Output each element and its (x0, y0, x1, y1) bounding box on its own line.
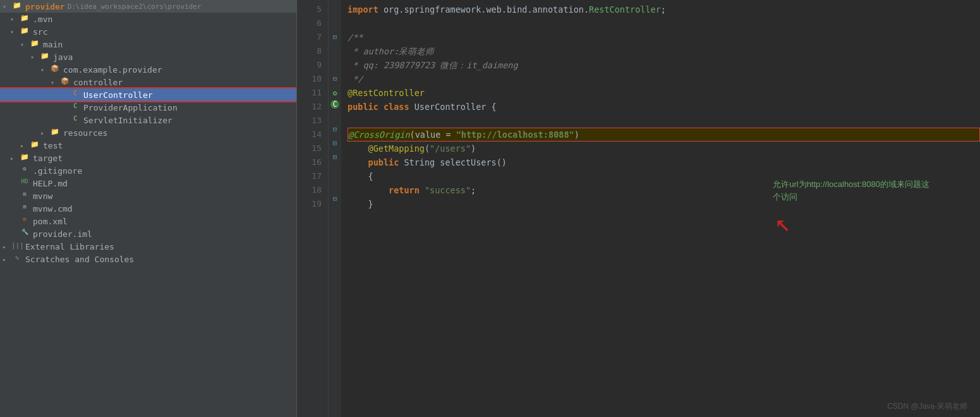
gutter-8 (329, 44, 341, 58)
sidebar-item-java[interactable]: 📁 java (0, 51, 296, 63)
line-num-6: 6 (297, 16, 322, 30)
line-num-13: 13 (297, 114, 322, 128)
arrow-icon (10, 16, 19, 23)
sidebar-item-help-md[interactable]: HD HELP.md (0, 177, 296, 190)
sidebar-item-resources[interactable]: 📁 resources (0, 126, 296, 139)
sidebar-item-mvnw-cmd[interactable]: m mvnw.cmd (0, 202, 296, 215)
sidebar-item-iml[interactable]: 🔧 provider.iml (0, 227, 296, 240)
sidebar-item-test[interactable]: 📁 test (0, 139, 296, 152)
sidebar-item-label: ServletInitializer (83, 116, 172, 125)
code-line-15: @GetMapping("/users") (348, 142, 980, 155)
red-arrow-icon: ↙ (775, 215, 790, 244)
sidebar-item-label: HELP.md (33, 179, 68, 188)
line-num-18: 18 (297, 183, 322, 197)
java-icon: C (70, 102, 81, 112)
sidebar-item-provider[interactable]: 📁 provider D:\idea_workspace2\cors\provi… (0, 0, 296, 13)
sidebar-item-label: resources (63, 128, 107, 138)
gutter-9 (329, 58, 341, 72)
arrow-icon (3, 3, 11, 10)
sidebar-item-external-libs[interactable]: ||| External Libraries (0, 240, 296, 253)
sidebar-item-label: pom.xml (33, 217, 68, 226)
arrow-icon (3, 256, 11, 263)
sidebar-item-target[interactable]: 📁 target (0, 152, 296, 164)
annotation-popup: 允许url为http://localhost:8080的域来问题这 个访问 (773, 178, 929, 203)
gutter-19[interactable]: ⊟ (329, 192, 341, 206)
file-icon: HD (19, 178, 30, 188)
gutter-16[interactable]: ⊟ (329, 150, 341, 164)
line-num-8: 8 (297, 44, 322, 58)
folder-icon: 📁 (29, 140, 40, 150)
sidebar-item-label: .mvn (33, 15, 52, 24)
sidebar-item-package[interactable]: 📦 com.example.provider (0, 63, 296, 76)
folder-icon: 📁 (49, 128, 61, 138)
sidebar-item-label: target (33, 154, 63, 163)
gutter-17 (329, 164, 341, 178)
gutter-12: C (330, 100, 339, 109)
sidebar-item-controller-pkg[interactable]: 📦 controller (0, 76, 296, 88)
arrow-icon (40, 66, 49, 73)
code-line-11: @RestController (348, 86, 980, 100)
folder-icon: 📁 (19, 14, 30, 24)
java-icon: C (70, 90, 81, 100)
sidebar-item-label: .gitignore (33, 166, 82, 176)
sidebar-item-src[interactable]: 📁 src (0, 25, 296, 38)
folder-icon: 📁 (29, 39, 40, 49)
sidebar-item-mvn[interactable]: 📁 .mvn (0, 13, 296, 25)
sidebar-item-servlet[interactable]: C ServletInitializer (0, 114, 296, 126)
sidebar-item-label: test (43, 141, 63, 150)
line-num-19: 19 (297, 197, 322, 211)
sidebar-item-label: External Libraries (25, 242, 114, 251)
sidebar-item-gitignore[interactable]: ⚙ .gitignore (0, 164, 296, 177)
line-num-17: 17 (297, 169, 322, 183)
line-num-14: 14 (297, 128, 322, 142)
file-icon: m (19, 203, 30, 214)
scratch-icon: ✎ (11, 254, 23, 264)
code-line-9: * qq: 2398779723 微信：it_daimeng (348, 58, 980, 72)
sidebar-item-label: com.example.provider (63, 65, 162, 75)
folder-icon: 📁 (39, 52, 51, 62)
sidebar-item-label: UserController (83, 90, 153, 100)
sidebar-item-provider-app[interactable]: C ProviderApplication (0, 101, 296, 114)
gutter-6 (329, 16, 341, 30)
sidebar-item-main[interactable]: 📁 main (0, 38, 296, 51)
arrow-icon (10, 28, 19, 35)
sidebar-item-label: src (33, 27, 47, 37)
code-line-6 (348, 16, 980, 30)
sidebar-item-label: provider (25, 2, 65, 11)
gutter-15[interactable]: ⊟ (329, 136, 341, 150)
sidebar-item-scratches[interactable]: ✎ Scratches and Consoles (0, 253, 296, 265)
line-numbers: 5 6 7 8 9 10 11 12 13 14 15 16 17 18 19 (297, 0, 329, 417)
arrow-icon (20, 41, 29, 48)
gutter-14[interactable]: ⊟ (329, 123, 341, 136)
line-num-9: 9 (297, 58, 322, 72)
folder-icon: 📁 (11, 1, 23, 11)
sidebar-item-label: main (43, 40, 63, 49)
folder-icon: 📁 (19, 153, 30, 163)
code-content[interactable]: import org.springframework.web.bind.anno… (341, 0, 980, 417)
code-line-7: /** (348, 30, 980, 44)
arrow-icon (51, 79, 59, 86)
code-line-16: public String selectUsers() (348, 155, 980, 169)
code-line-14: @CrossOrigin(value = "http://localhost:8… (348, 128, 980, 142)
code-line-8: * author:呆萌老师 (348, 44, 980, 58)
sidebar-item-label: Scratches and Consoles (25, 255, 134, 264)
line-num-5: 5 (297, 3, 322, 16)
sidebar-item-label: mvnw (33, 191, 52, 201)
folder-icon: 📦 (49, 64, 61, 75)
sidebar-item-usercontroller[interactable]: C UserController (0, 88, 296, 101)
file-icon: ⚙ (19, 166, 30, 176)
gutter-10[interactable]: ⊟ (329, 72, 341, 86)
line-num-12: 12 (297, 100, 322, 114)
sidebar-item-pom[interactable]: m pom.xml (0, 215, 296, 227)
gutter-7[interactable]: ⊟ (329, 30, 341, 44)
arrow-icon (3, 243, 11, 250)
file-icon: m (19, 216, 30, 226)
sidebar-item-label: ProviderApplication (83, 103, 178, 112)
folder-icon: ||| (11, 241, 23, 251)
sidebar-item-label: mvnw.cmd (33, 204, 73, 214)
folder-icon: 📦 (59, 77, 71, 87)
code-line-12: public class UserController { (348, 100, 980, 114)
code-line-5: import org.springframework.web.bind.anno… (348, 3, 980, 16)
gutter-5 (329, 3, 341, 16)
sidebar-item-mvnw[interactable]: m mvnw (0, 190, 296, 202)
